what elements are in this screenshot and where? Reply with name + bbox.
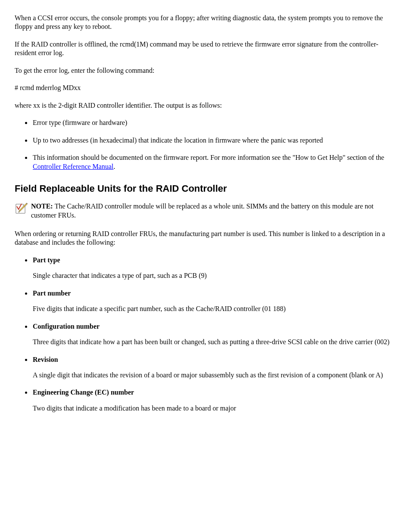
field-desc: A single digit that indicates the revisi… (33, 371, 396, 380)
rcmd-command: # rcmd mderrlog MDxx (15, 84, 396, 92)
intro-paragraph-2a: If the RAID controller is offlined, the (15, 40, 120, 48)
field-name-part-type: Part type (33, 256, 396, 264)
section-heading-fru: Field Replaceable Units for the RAID Con… (15, 183, 396, 194)
list-item-text: This information should be documented on… (33, 154, 384, 161)
controller-reference-manual-link[interactable]: Controller Reference Manual (33, 163, 113, 170)
field-desc: Two digits that indicate a modification … (33, 404, 396, 413)
rcmd-name: rcmd(1M) (120, 40, 148, 48)
note-block: NOTE: The Cache/RAID controller module w… (15, 202, 396, 220)
intro-paragraph-2: If the RAID controller is offlined, the … (15, 40, 396, 58)
document-page: When a CCSI error occurs, the console pr… (0, 0, 411, 443)
note-icon (15, 202, 28, 215)
field-desc: Five digits that indicate a specific par… (33, 305, 396, 313)
list-item: Error type (firmware or hardware) (32, 118, 396, 127)
field-name-ec-number: Engineering Change (EC) number (33, 388, 396, 397)
list-item: Part number Five digits that indicate a … (32, 289, 396, 314)
note-body: The Cache/RAID controller module will be… (31, 202, 374, 219)
note-text: NOTE: The Cache/RAID controller module w… (31, 202, 396, 220)
field-name-configuration-number: Configuration number (33, 322, 396, 331)
list-item: Revision A single digit that indicates t… (32, 355, 396, 380)
list-item: This information should be documented on… (32, 153, 396, 171)
intro-paragraph-3: To get the error log, enter the followin… (15, 66, 396, 75)
period: . (113, 163, 115, 170)
list-item: Up to two addresses (in hexadecimal) tha… (32, 136, 396, 145)
list-item: Part type Single character that indicate… (32, 256, 396, 280)
field-desc: Three digits that indicate how a part ha… (33, 338, 396, 346)
intro-paragraph-1: When a CCSI error occurs, the console pr… (15, 14, 396, 31)
intro-paragraph-4: where xx is the 2-digit RAID controller … (15, 101, 396, 110)
fru-fields-list: Part type Single character that indicate… (15, 256, 396, 413)
list-item: Engineering Change (EC) number Two digit… (32, 388, 396, 413)
note-label: NOTE: (31, 202, 55, 210)
error-output-list: Error type (firmware or hardware) Up to … (15, 118, 396, 171)
fields-intro: When ordering or returning RAID controll… (15, 230, 396, 247)
list-item: Configuration number Three digits that i… (32, 322, 396, 347)
field-name-part-number: Part number (33, 289, 396, 298)
field-name-revision: Revision (33, 355, 396, 364)
field-desc: Single character that indicates a type o… (33, 271, 396, 280)
